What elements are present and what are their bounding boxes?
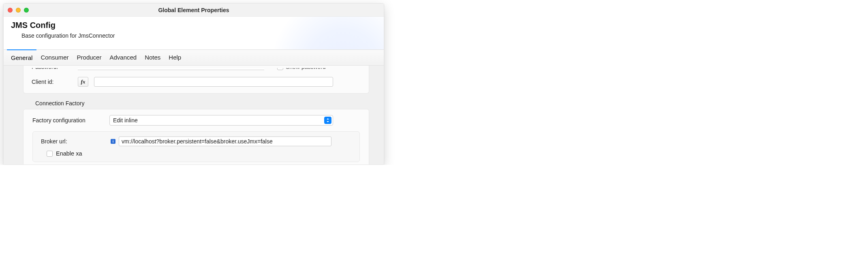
broker-url-label: Broker url:: [41, 138, 108, 145]
content-area: Password: Show password Client id: fx Co…: [4, 66, 384, 164]
info-icon[interactable]: i: [111, 139, 115, 144]
client-id-input[interactable]: [94, 77, 333, 87]
show-password-check[interactable]: Show password: [277, 68, 326, 70]
page-subtitle: Base configuration for JmsConnector: [21, 32, 376, 39]
broker-group: Broker url: i Enable xa: [32, 131, 360, 162]
factory-config-row: Factory configuration Edit inline: [32, 115, 360, 126]
dialog-header: JMS Config Base configuration for JmsCon…: [4, 17, 384, 49]
titlebar: Global Element Properties: [4, 4, 384, 17]
client-id-row: Client id: fx: [32, 77, 361, 87]
tab-consumer[interactable]: Consumer: [36, 50, 73, 65]
broker-url-input[interactable]: [119, 137, 331, 146]
enable-xa-label: Enable xa: [56, 150, 82, 157]
password-row: Password: Show password: [32, 68, 361, 74]
tab-help[interactable]: Help: [165, 50, 185, 65]
tab-notes[interactable]: Notes: [141, 50, 165, 65]
tab-general[interactable]: General: [7, 49, 36, 65]
enable-xa-row[interactable]: Enable xa: [47, 150, 351, 157]
window-title: Global Element Properties: [4, 7, 384, 13]
password-input[interactable]: [78, 68, 264, 70]
broker-url-row: Broker url: i: [41, 137, 351, 146]
fx-button[interactable]: fx: [78, 77, 88, 87]
tab-advanced[interactable]: Advanced: [105, 50, 141, 65]
factory-config-select[interactable]: Edit inline: [109, 115, 333, 126]
dialog-window: Global Element Properties JMS Config Bas…: [3, 3, 384, 165]
chevron-updown-icon: [324, 117, 331, 124]
factory-config-value: Edit inline: [113, 117, 138, 124]
connection-factory-group: Factory configuration Edit inline Broker…: [23, 109, 369, 164]
page-title: JMS Config: [11, 21, 376, 30]
tab-producer[interactable]: Producer: [73, 50, 106, 65]
fx-icon: fx: [81, 79, 86, 85]
checkbox-icon[interactable]: [47, 151, 53, 157]
password-label: Password:: [32, 68, 72, 70]
show-password-label: Show password: [286, 68, 326, 70]
credentials-group: Password: Show password Client id: fx: [23, 66, 369, 94]
factory-config-label: Factory configuration: [32, 117, 101, 124]
connection-factory-title: Connection Factory: [35, 100, 372, 107]
client-id-label: Client id:: [32, 79, 72, 85]
checkbox-icon[interactable]: [277, 68, 283, 70]
tab-bar: General Consumer Producer Advanced Notes…: [4, 49, 384, 66]
